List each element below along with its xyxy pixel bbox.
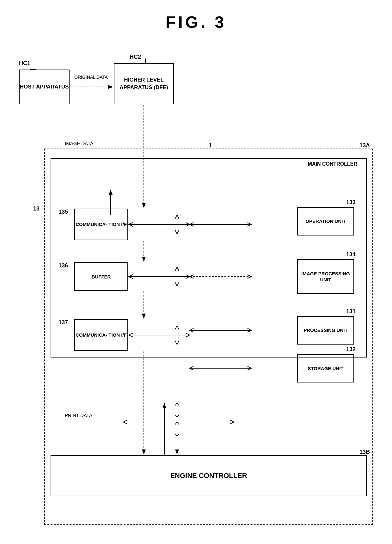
operation-unit-box: OPERATION UNIT (297, 207, 354, 235)
comm-if-bottom-box: COMMUNICA- TION I/F (74, 319, 128, 351)
image-data-label: IMAGE DATA (65, 141, 93, 146)
buffer-box: BUFFER (74, 262, 128, 291)
label-137: 137 (58, 319, 68, 326)
label-device-1: 1 (209, 142, 212, 149)
label-hc1: HC1 (19, 60, 30, 67)
comm-if-top-box: COMMUNICA- TION I/F (74, 209, 128, 240)
host-apparatus-box: HOST APPARATUS (19, 70, 70, 104)
processing-unit-box: PROCESSING UNIT (297, 316, 354, 345)
higher-level-apparatus-box: HIGHER LEVEL APPARATUS (DFE) (114, 63, 174, 104)
label-131: 131 (346, 308, 356, 315)
label-13: 13 (33, 205, 40, 212)
engine-controller-box: ENGINE CONTROLLER (51, 455, 367, 496)
original-data-label: ORIGINAL DATA (74, 74, 108, 80)
label-134: 134 (346, 251, 356, 258)
storage-unit-box: STORAGE UNIT (297, 354, 354, 382)
label-hc2: HC2 (130, 54, 141, 60)
page-title: FIG. 3 (0, 0, 392, 41)
label-13b: 13B (359, 449, 370, 455)
label-132: 132 (346, 346, 356, 353)
image-processing-unit-box: IMAGE PROCESSING UNIT (297, 259, 354, 294)
label-13a: 13A (359, 142, 370, 149)
main-controller-label: MAIN CONTROLLER (308, 161, 357, 167)
label-133: 133 (346, 199, 356, 206)
diagram: HC1 HC2 HOST APPARATUS HIGHER LEVEL APPA… (13, 38, 379, 531)
label-135: 135 (58, 209, 68, 215)
label-136: 136 (58, 262, 68, 269)
